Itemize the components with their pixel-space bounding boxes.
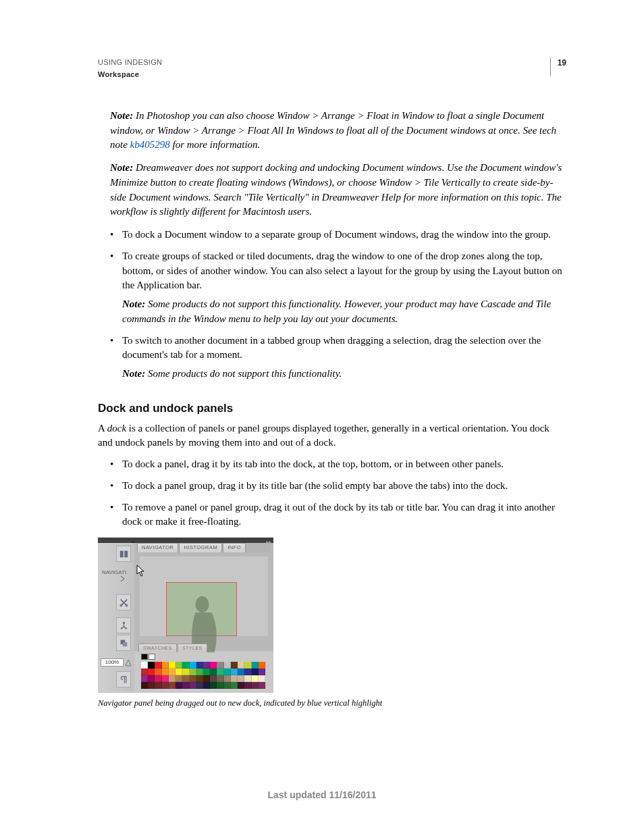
chevron-icon (120, 575, 128, 582)
swatch (238, 669, 244, 675)
note-label: Note: (122, 368, 148, 379)
fg-color (141, 654, 148, 660)
swatch (155, 662, 161, 669)
swatch (210, 662, 217, 669)
bg-color (149, 654, 155, 660)
list-item: To dock a Document window to a separate … (110, 228, 566, 242)
tab-swatches: SWATCHES (138, 644, 177, 653)
swatch (244, 662, 251, 669)
note-text: Some products do not support this functi… (122, 298, 551, 324)
scissors-icon (119, 598, 128, 607)
swatches-panel (134, 652, 273, 693)
term-dock: dock (107, 423, 126, 434)
list-item: To remove a panel or panel group, drag i… (110, 500, 566, 530)
swatch (252, 662, 259, 669)
swatch (244, 675, 251, 682)
swatch (141, 662, 148, 669)
page-footer: Last updated 11/16/2011 (0, 788, 644, 802)
panel-icon-slot (116, 617, 131, 633)
swatch (252, 675, 259, 682)
navigator-preview (140, 556, 268, 636)
panel-tabs: NAVIGATOR HISTOGRAM INFO (137, 543, 271, 552)
navigator-panel: NAVIGATOR HISTOGRAM INFO ▾≡ (134, 543, 273, 651)
note-label: Note: (122, 298, 148, 309)
svg-rect-0 (119, 550, 123, 557)
swatch (141, 669, 148, 675)
tab-styles: STYLES (178, 644, 207, 653)
tech-note-link[interactable]: kb405298 (130, 139, 170, 150)
swatch (203, 675, 210, 682)
note-label: Note: (110, 162, 136, 173)
swatch (176, 662, 182, 669)
swatch (231, 669, 238, 675)
note-text: Dreamweaver does not support docking and… (110, 162, 562, 217)
swatch (176, 682, 182, 689)
panel-icon-slot (116, 546, 131, 562)
svg-point-5 (121, 627, 122, 629)
swatch (182, 662, 189, 669)
swatch (169, 682, 176, 689)
swatch (190, 669, 196, 675)
list-item: To create groups of stacked or tiled doc… (110, 249, 566, 327)
page-header: USING INDESIGN Workspace 19 (98, 57, 566, 80)
zoom-value: 100% (101, 658, 124, 667)
swatch (162, 662, 169, 669)
swatches-tabs: SWATCHES STYLES (138, 644, 208, 652)
swatch (176, 675, 182, 682)
list-item-text: To dock a Document window to a separate … (122, 229, 551, 240)
list-item: To dock a panel, drag it by its tab into… (110, 457, 566, 472)
swatch (231, 682, 238, 689)
swatch (210, 669, 217, 675)
list-item: To dock a panel group, drag it by its ti… (110, 479, 566, 494)
swatch (259, 669, 265, 675)
doc-section: Workspace (98, 70, 162, 80)
swatch (190, 662, 196, 669)
swatch (169, 675, 176, 682)
branch-icon (119, 621, 128, 630)
swatch (148, 662, 155, 669)
svg-point-4 (122, 621, 124, 623)
swatch (162, 675, 169, 682)
swatch (238, 675, 244, 682)
dock-left-column: NAVIGATI 100% (98, 543, 134, 693)
swatch (196, 682, 203, 689)
figure-panel-drag: •• ▸▸ NAVIGATI (98, 538, 566, 693)
list-item-note: Note: Some products do not support this … (122, 367, 566, 382)
swatch (148, 682, 155, 689)
swatch (196, 662, 203, 669)
swatch (169, 662, 176, 669)
swatch (162, 669, 169, 675)
svg-rect-8 (122, 642, 127, 646)
list-item-note: Note: Some products do not support this … (122, 297, 566, 327)
svg-point-9 (196, 596, 209, 613)
swatch (182, 682, 189, 689)
swatch (148, 669, 155, 675)
tab-info: INFO (223, 543, 246, 552)
list-item: To switch to another document in a tabbe… (110, 334, 566, 382)
swatch (182, 669, 189, 675)
panel-icon-slot (116, 594, 131, 610)
svg-point-6 (125, 627, 126, 629)
swatch-grid (141, 662, 265, 692)
note-dreamweaver: Note: Dreamweaver does not support docki… (110, 161, 566, 219)
swatch (252, 669, 259, 675)
doc-title: USING INDESIGN (98, 57, 162, 68)
swatch (169, 669, 176, 675)
swatch (148, 675, 155, 682)
list-item-text: To remove a panel or panel group, drag i… (122, 502, 555, 527)
swatch (244, 669, 251, 675)
swatch (244, 682, 251, 689)
swatch (196, 675, 203, 682)
note-text: Some products do not support this functi… (148, 368, 342, 379)
swatch (182, 675, 189, 682)
swatch (259, 682, 265, 689)
layers-icon (119, 639, 128, 648)
swatch (224, 682, 231, 689)
swatch (217, 669, 223, 675)
swatch (238, 662, 244, 669)
swatch (217, 675, 223, 682)
bullet-list-1: To dock a Document window to a separate … (110, 228, 566, 382)
dock-titlebar: •• ▸▸ (98, 538, 273, 543)
swatch (190, 675, 196, 682)
tab-histogram: HISTOGRAM (179, 543, 222, 552)
